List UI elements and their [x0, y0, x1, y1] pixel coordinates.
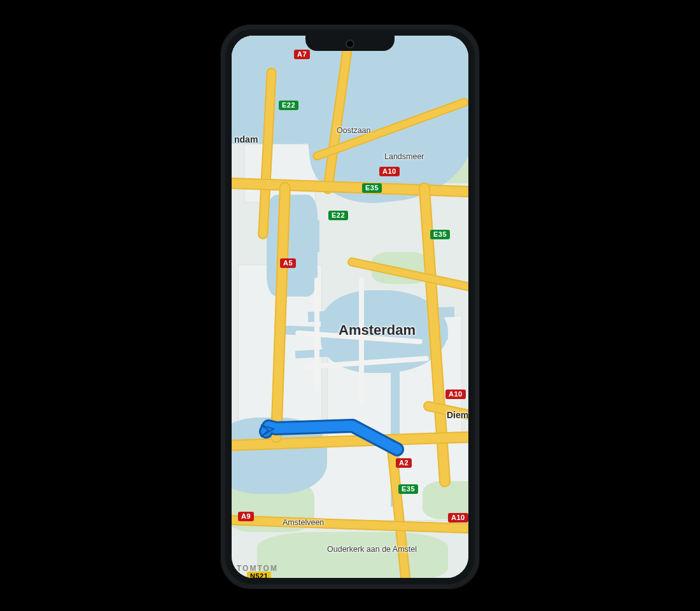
place-amsterdam: Amsterdam	[339, 322, 416, 339]
shield-a10: A10	[379, 167, 400, 176]
place-oostzaan: Oostzaan	[337, 126, 371, 135]
canal	[308, 220, 319, 252]
place-zaandam-partial: ndam	[234, 134, 258, 144]
place-ouderkerk: Ouderkerk aan de Amstel	[327, 545, 417, 554]
park	[257, 532, 448, 578]
phone-camera-icon	[346, 39, 354, 48]
shield-e35: E35	[362, 183, 382, 193]
road-minor	[359, 277, 364, 405]
shield-a10: A10	[445, 390, 466, 399]
phone-frame: A7 E22 E22 E35 A10 E35 A5 A10 A2 E35 A9 …	[220, 24, 480, 589]
shield-a2: A2	[396, 458, 412, 468]
shield-e35: E35	[430, 230, 450, 239]
shield-a5: A5	[280, 258, 296, 268]
shield-a7: A7	[294, 50, 310, 59]
map-view[interactable]: A7 E22 E22 E35 A10 E35 A5 A10 A2 E35 A9 …	[232, 36, 468, 578]
shield-e22: E22	[328, 211, 348, 220]
shield-a10: A10	[448, 513, 468, 523]
place-amstelveen: Amstelveen	[283, 518, 324, 527]
place-diemen-partial: Dieme	[447, 410, 468, 420]
shield-e22: E22	[279, 101, 298, 110]
road-minor	[314, 277, 319, 392]
canal	[289, 214, 300, 252]
phone-screen: A7 E22 E22 E35 A10 E35 A5 A10 A2 E35 A9 …	[232, 36, 468, 578]
shield-e35: E35	[398, 484, 418, 494]
shield-a9: A9	[238, 512, 254, 521]
map-attribution: TOMTOM	[237, 564, 278, 573]
place-landsmeer: Landsmeer	[384, 152, 424, 161]
